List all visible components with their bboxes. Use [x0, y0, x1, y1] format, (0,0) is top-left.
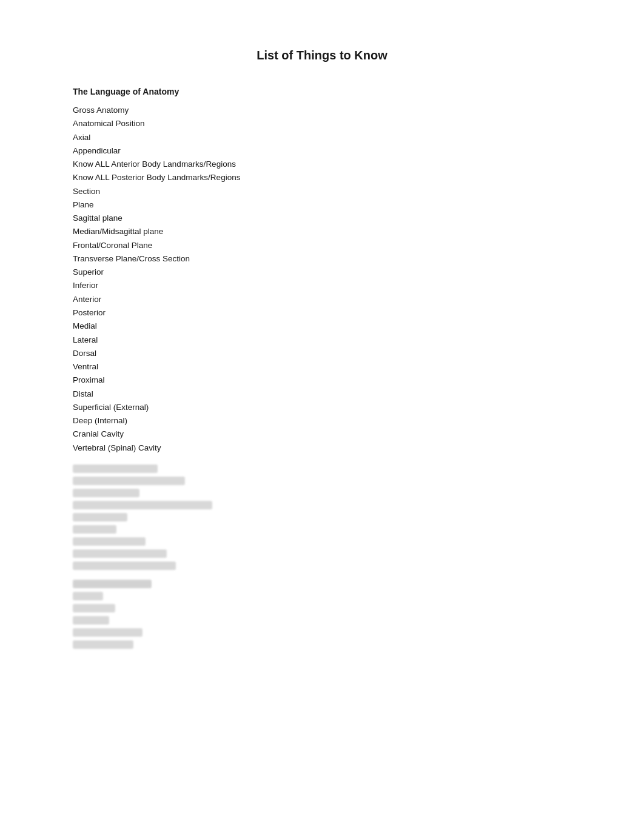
blurred-line — [73, 464, 158, 473]
list-item: Superior — [73, 266, 571, 279]
blurred-line — [73, 592, 103, 600]
list-item: Gross Anatomy — [73, 104, 571, 117]
blurred-line — [73, 477, 185, 485]
list-item: Deep (Internal) — [73, 414, 571, 428]
list-item: Vertebral (Spinal) Cavity — [73, 441, 571, 455]
page-title: List of Things to Know — [73, 49, 571, 62]
blurred-line — [73, 501, 212, 509]
list-item: Transverse Plane/Cross Section — [73, 252, 571, 266]
list-item: Proximal — [73, 374, 571, 387]
section-language-of-anatomy: The Language of Anatomy Gross Anatomy An… — [73, 87, 571, 455]
list-item: Ventral — [73, 360, 571, 374]
list-item: Axial — [73, 131, 571, 144]
list-item: Cranial Cavity — [73, 428, 571, 441]
list-item: Inferior — [73, 279, 571, 292]
list-item: Know ALL Anterior Body Landmarks/Regions — [73, 158, 571, 171]
blurred-line — [73, 562, 176, 570]
blurred-line — [73, 580, 152, 588]
blurred-line — [73, 489, 139, 497]
list-item: Median/Midsagittal plane — [73, 225, 571, 238]
section-heading: The Language of Anatomy — [73, 87, 571, 96]
blurred-line — [73, 525, 116, 534]
list-item: Plane — [73, 198, 571, 212]
list-item: Appendicular — [73, 144, 571, 158]
blurred-line — [73, 640, 133, 649]
list-item: Know ALL Posterior Body Landmarks/Region… — [73, 171, 571, 184]
list-item: Medial — [73, 320, 571, 333]
list-item: Dorsal — [73, 347, 571, 360]
blurred-line — [73, 537, 146, 546]
list-item: Anatomical Position — [73, 117, 571, 130]
blurred-line — [73, 604, 115, 612]
list-item: Sagittal plane — [73, 212, 571, 225]
list-item: Distal — [73, 387, 571, 401]
blurred-line — [73, 628, 143, 637]
list-item: Anterior — [73, 293, 571, 306]
list-item: Superficial (External) — [73, 401, 571, 414]
blurred-section-2 — [73, 580, 571, 649]
list-item: Section — [73, 185, 571, 198]
list-item: Posterior — [73, 306, 571, 320]
list-item: Frontal/Coronal Plane — [73, 239, 571, 252]
blurred-section-1 — [73, 464, 571, 570]
list-item: Lateral — [73, 334, 571, 347]
blurred-line — [73, 513, 127, 521]
blurred-line — [73, 616, 109, 625]
anatomy-terms-list: Gross Anatomy Anatomical Position Axial … — [73, 104, 571, 455]
blurred-line — [73, 549, 167, 558]
